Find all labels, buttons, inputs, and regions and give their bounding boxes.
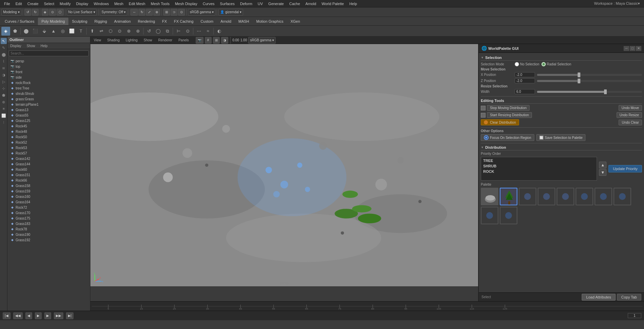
tab-custom[interactable]: Custom (197, 18, 217, 25)
plane-btn[interactable]: ⬜ (67, 27, 76, 36)
vp-grid-btn[interactable]: # (205, 37, 212, 44)
z-position-input[interactable] (515, 78, 535, 83)
workspace-label[interactable]: Workspace : Maya Classic▾ (594, 1, 643, 6)
rotate-btn[interactable]: ↻ (138, 9, 145, 16)
outliner-item-grass159[interactable]: ◆ Grass159 (7, 188, 90, 194)
start-resizing-btn[interactable]: Start Resizing Distribution (487, 112, 532, 118)
outliner-item-rock60[interactable]: ◆ Rock60 (7, 167, 90, 172)
scale-btn[interactable]: ⤢ (146, 9, 153, 16)
outliner-item-grass183[interactable]: ◆ Grass183 (7, 221, 90, 226)
load-attributes-btn[interactable]: Load Attributes (582, 294, 615, 301)
menu-uv[interactable]: UV (255, 0, 265, 7)
left-sculpt-icon[interactable]: ⬤ (1, 52, 7, 58)
text-btn[interactable]: T (77, 27, 85, 36)
outliner-item-terrain[interactable]: ◆ terrain:pPlane1 (7, 102, 90, 107)
menu-windows[interactable]: Windows (91, 0, 112, 7)
menu-file[interactable]: File (1, 0, 13, 7)
outliner-tab-display[interactable]: Display (7, 43, 24, 49)
tab-rigging[interactable]: Rigging (91, 18, 110, 25)
outliner-item-rock50[interactable]: ◆ Rock50 (7, 134, 90, 140)
smooth-btn[interactable]: ⊙ (183, 27, 192, 36)
select-icon-btn[interactable]: ◈ (1, 27, 10, 36)
menu-cache[interactable]: Cache (286, 0, 303, 7)
menu-arnold[interactable]: Arnold (303, 0, 319, 7)
extrude-btn[interactable]: ⬆ (88, 27, 96, 36)
x-position-slider[interactable] (537, 74, 642, 76)
palette-item-empty-2[interactable] (538, 188, 555, 205)
lasso-btn[interactable]: ⊙ (49, 9, 56, 16)
z-position-slider[interactable] (537, 80, 642, 82)
outliner-item-shrub[interactable]: ◆ shrub:Shrub (7, 91, 90, 96)
outliner-item-grass175[interactable]: ◆ Grass175 (7, 215, 90, 221)
tab-poly-modeling[interactable]: Poly Modeling (38, 18, 68, 25)
outliner-item-rock57[interactable]: ◆ Rock57 (7, 150, 90, 156)
mirror-btn[interactable]: ⊢ (174, 27, 183, 36)
wp-minimize-btn[interactable]: ─ (624, 46, 629, 51)
undo-resize-btn[interactable]: Undo Resize (617, 112, 642, 118)
crease-btn[interactable]: ⋯ (194, 27, 203, 36)
mode-dropdown[interactable]: Modeling ▾ (1, 9, 21, 16)
no-live-surface-dropdown[interactable]: No Live Surface ▾ (67, 9, 97, 16)
vp-gamma-dropdown[interactable]: sRGB gamma ▾ (248, 37, 276, 44)
menu-modify[interactable]: Modify (57, 0, 73, 7)
menu-mesh-display[interactable]: Mesh Display (172, 0, 200, 7)
outliner-item-rock48[interactable]: ◆ Rock48 (7, 129, 90, 134)
cube-btn[interactable]: ⬛ (31, 27, 40, 36)
priority-down-btn[interactable]: ▼ (599, 169, 606, 176)
snap-point-btn[interactable]: ⊙ (178, 9, 185, 16)
menu-mesh-tools[interactable]: Mesh Tools (148, 0, 172, 7)
viewport-canvas[interactable]: persp X Y Z (90, 44, 478, 286)
outliner-item-rock78[interactable]: ◆ Rock78 (7, 226, 90, 232)
priority-up-btn[interactable]: ▲ (599, 162, 606, 168)
soften-btn[interactable]: ≈ (203, 27, 212, 36)
focus-region-btn[interactable]: Focus On Selection Region (481, 134, 534, 141)
cylinder-btn[interactable]: ⬙ (40, 27, 49, 36)
tab-arnold[interactable]: Arnold (217, 18, 235, 25)
skip-end-btn[interactable]: ▶| (66, 312, 74, 319)
priority-list[interactable]: TREE SHRUB ROCK (481, 157, 597, 181)
outliner-item-rock[interactable]: ◆ rock:Rock (7, 80, 90, 85)
tab-fx-caching[interactable]: FX Caching (171, 18, 197, 25)
menu-deform[interactable]: Deform (237, 0, 255, 7)
outliner-item-grass55[interactable]: ◆ Grass55 (7, 112, 90, 118)
tab-fx[interactable]: FX (159, 18, 170, 25)
vp-menu-panels[interactable]: Panels (176, 38, 191, 42)
next-key-btn[interactable]: ▶ (44, 312, 51, 319)
boolean-btn[interactable]: ⊕ (133, 27, 142, 36)
outliner-item-tree[interactable]: ◆ tree:Tree (7, 85, 90, 91)
ring-btn[interactable]: ◯ (154, 27, 163, 36)
radial-selection-radio[interactable]: Radial Selection (541, 62, 571, 66)
tab-animation[interactable]: Animation (111, 18, 134, 25)
outliner-item-rock66[interactable]: ◆ Rock66 (7, 178, 90, 183)
tab-xgen[interactable]: XGen (287, 18, 303, 25)
left-hair-icon[interactable]: ⌇ (1, 58, 7, 64)
tab-rendering[interactable]: Rendering (134, 18, 158, 25)
outliner-item-grass192[interactable]: ◆ Grass192 (7, 237, 90, 243)
menu-select[interactable]: Select (41, 0, 57, 7)
priority-item-rock[interactable]: ROCK (482, 169, 596, 174)
outliner-tab-help[interactable]: Help (38, 43, 50, 49)
skip-start-btn[interactable]: |◀ (3, 312, 10, 319)
wp-selection-header[interactable]: ▼ Selection (481, 55, 642, 61)
outliner-item-grass160[interactable]: ◆ Grass160 (7, 194, 90, 199)
left-camera-icon[interactable]: ⬜ (1, 112, 7, 119)
universal-btn[interactable]: ⊕ (153, 9, 160, 16)
outliner-item-rock53[interactable]: ◆ Rock53 (7, 145, 90, 150)
outliner-item-grass144[interactable]: ◆ Grass144 (7, 161, 90, 167)
play-btn[interactable]: ▶ (35, 312, 42, 319)
prev-key-btn[interactable]: ◀ (25, 312, 32, 319)
palette-item-empty-3[interactable] (557, 188, 574, 205)
palette-item-empty-1[interactable] (519, 188, 536, 205)
palette-item-tree[interactable] (500, 188, 517, 205)
menu-surfaces[interactable]: Surfaces (217, 0, 237, 7)
step-back-btn[interactable]: ◀◀ (13, 312, 23, 319)
vp-menu-show[interactable]: Show (142, 38, 154, 42)
merge-btn[interactable]: ⊙ (115, 27, 124, 36)
left-paint-icon[interactable]: ✎ (1, 45, 7, 51)
snap-grid-btn[interactable]: ⊞ (163, 9, 170, 16)
undo-clear-btn[interactable]: Undo Clear (619, 120, 642, 125)
distribution-header[interactable]: ▼ Distribution (481, 145, 642, 150)
palette-item-empty-5[interactable] (595, 188, 612, 205)
outliner-item-grass[interactable]: ◆ grass:Grass (7, 96, 90, 102)
vp-menu-shading[interactable]: Shading (105, 38, 122, 42)
